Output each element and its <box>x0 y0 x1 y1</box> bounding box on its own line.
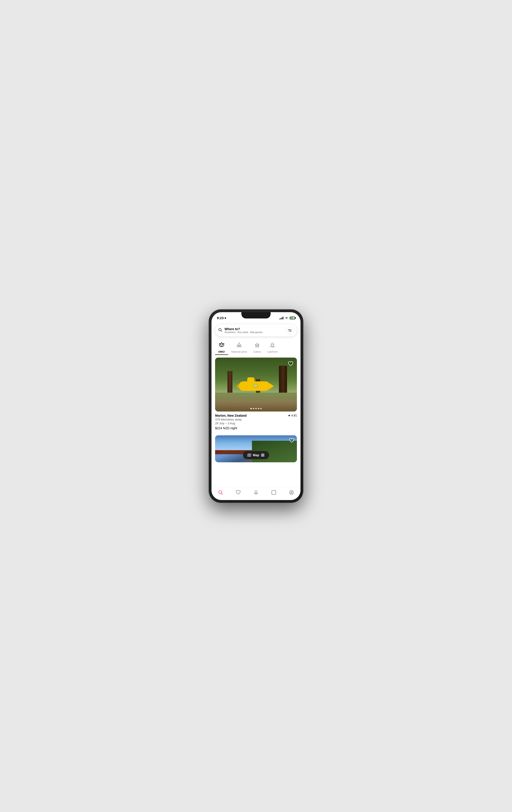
time-display: 9:23 <box>217 316 224 320</box>
dot-4 <box>258 408 259 409</box>
listing-card-2[interactable]: Map <box>215 435 297 462</box>
omg-icon <box>219 342 225 349</box>
battery-icon <box>290 317 295 319</box>
listing-card-1[interactable]: Marton, New Zealand ★ 4.91 376 kilometre… <box>215 357 297 431</box>
dot-3 <box>255 408 257 409</box>
nav-explore[interactable] <box>218 490 223 495</box>
svg-point-24 <box>291 491 292 493</box>
svg-rect-22 <box>272 490 276 494</box>
dot-2 <box>253 408 254 409</box>
signal-icon <box>279 317 283 319</box>
listing-dates: 29 July – 3 Aug <box>215 422 297 425</box>
tab-cabins[interactable]: Cabins <box>250 341 264 355</box>
listing-price: $224 NZD night <box>215 426 297 430</box>
star-icon: ★ <box>288 414 291 417</box>
svg-point-7 <box>219 343 224 347</box>
search-main-label: Where to? <box>225 327 284 331</box>
grid-icon <box>261 453 264 457</box>
tab-lakefront[interactable]: Lakefront <box>264 341 281 355</box>
listing-rating: ★ 4.91 <box>288 414 297 417</box>
image-carousel-dots <box>250 408 262 409</box>
search-sub-label: Anywhere · Any week · Add guests <box>225 331 284 334</box>
airbnb-icon <box>253 490 259 495</box>
svg-rect-19 <box>261 455 262 457</box>
dot-1 <box>250 408 252 409</box>
nav-profile[interactable] <box>289 490 294 495</box>
listing-distance: 376 kilometres away <box>215 418 297 421</box>
screen-content: Where to? Anywhere · Any week · Add gues… <box>211 322 301 487</box>
listing-title-row: Marton, New Zealand ★ 4.91 <box>215 414 297 417</box>
dot-5 <box>260 408 262 409</box>
search-bar[interactable]: Where to? Anywhere · Any week · Add gues… <box>215 324 297 337</box>
wishlist-button-1[interactable] <box>287 360 294 368</box>
filter-icon <box>288 328 292 332</box>
svg-rect-14 <box>271 345 274 346</box>
wifi-icon <box>285 317 288 319</box>
heart-icon-1 <box>288 361 293 367</box>
tab-lakefront-label: Lakefront <box>267 350 278 353</box>
wishlist-button-2[interactable] <box>289 438 295 444</box>
listing-info-1: Marton, New Zealand ★ 4.91 376 kilometre… <box>215 411 297 431</box>
svg-rect-20 <box>263 455 264 457</box>
svg-point-8 <box>220 344 221 345</box>
sub-porthole <box>254 384 258 387</box>
sub-prop <box>237 384 239 388</box>
svg-rect-12 <box>256 345 257 347</box>
tab-national-parks-label: National parks <box>231 350 247 353</box>
national-parks-icon <box>236 342 242 349</box>
svg-rect-17 <box>261 454 262 455</box>
profile-icon <box>289 490 294 495</box>
sub-nose <box>270 383 274 389</box>
tab-cabins-label: Cabins <box>253 350 261 353</box>
filter-button[interactable] <box>286 326 294 334</box>
svg-point-9 <box>222 344 223 345</box>
map-icon <box>248 453 251 457</box>
explore-icon <box>218 490 223 495</box>
phone-frame: 9:23 <box>209 310 303 503</box>
map-button[interactable]: Map <box>243 451 269 459</box>
wishlists-icon <box>235 490 241 495</box>
svg-rect-13 <box>258 345 258 346</box>
lakefront-icon <box>269 342 276 349</box>
location-arrow-icon <box>224 317 227 319</box>
sub-tower <box>247 377 254 382</box>
phone-notch <box>241 312 271 318</box>
nav-wishlists[interactable] <box>235 490 241 495</box>
price-value: $224 NZD <box>215 426 229 430</box>
phone-screen: 9:23 <box>211 312 301 500</box>
map-button-label: Map <box>253 453 259 457</box>
tab-omg[interactable]: OMG! <box>215 341 228 355</box>
listing-location: Marton, New Zealand <box>215 414 247 417</box>
svg-rect-18 <box>263 454 264 455</box>
search-text: Where to? Anywhere · Any week · Add gues… <box>225 327 284 334</box>
category-tabs: OMG! National parks <box>215 339 297 357</box>
bottom-nav <box>211 487 301 500</box>
heart-icon-2 <box>289 438 295 443</box>
listing-photo <box>215 357 297 411</box>
price-unit: night <box>230 426 237 430</box>
listing-image <box>215 357 297 411</box>
status-time: 9:23 <box>217 316 227 320</box>
nav-airbnb[interactable] <box>253 490 259 495</box>
tab-omg-label: OMG! <box>218 350 225 353</box>
rating-value: 4.91 <box>291 414 297 417</box>
search-icon <box>218 328 222 333</box>
trips-icon <box>271 490 277 495</box>
tab-national-parks[interactable]: National parks <box>228 341 250 355</box>
cabins-icon <box>254 342 260 349</box>
listing-image-2: Map <box>215 435 297 462</box>
status-icons <box>279 317 295 319</box>
nav-trips[interactable] <box>271 490 277 495</box>
sub-body <box>239 381 270 391</box>
